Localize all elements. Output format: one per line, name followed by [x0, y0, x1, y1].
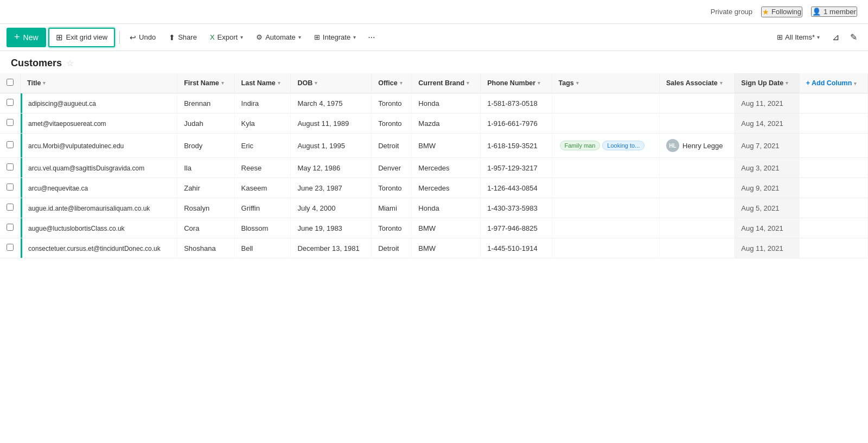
first-name-cell: Zahir [177, 178, 234, 198]
office-cell: Toronto [372, 178, 412, 198]
phone-number-column-header[interactable]: Phone Number ▾ [481, 73, 552, 93]
row-checkbox[interactable] [7, 119, 14, 126]
dob-cell: December 13, 1981 [291, 238, 372, 258]
table-row: amet@vitaeposuereat.comJudahKylaAugust 1… [0, 113, 868, 134]
add-column-cell [799, 238, 867, 258]
exit-grid-view-button[interactable]: ⊞ Exit grid view [48, 28, 116, 47]
dob-cell: June 23, 1987 [291, 178, 372, 198]
current-brand-col-label: Current Brand [418, 79, 464, 87]
automate-label: Automate [265, 33, 296, 41]
title-sort-icon: ▾ [43, 80, 46, 86]
row-checkbox-cell [0, 218, 21, 238]
office-sort-icon: ▾ [400, 80, 403, 86]
tags-sort-icon: ▾ [576, 80, 579, 86]
following-label: Following [771, 8, 801, 16]
tags-column-header[interactable]: Tags ▾ [552, 73, 660, 93]
exit-grid-label: Exit grid view [66, 33, 108, 41]
dob-column-header[interactable]: DOB ▾ [291, 73, 372, 93]
title-col-label: Title [27, 79, 41, 87]
current-brand-cell: Mercedes [412, 178, 481, 198]
row-checkbox[interactable] [7, 163, 14, 170]
tags-cell [552, 218, 660, 238]
sign-up-sort-icon: ▾ [786, 80, 788, 86]
dob-cell: March 4, 1975 [291, 93, 372, 113]
more-button[interactable]: ··· [363, 28, 379, 47]
undo-label: Undo [139, 33, 156, 41]
table-row: augue.id.ante@liberomaurisaliquam.co.ukR… [0, 198, 868, 218]
edit-icon: ✎ [850, 33, 857, 42]
row-checkbox[interactable] [7, 204, 14, 211]
all-items-button[interactable]: ⊞ All Items* ▾ [771, 30, 826, 44]
filter-button[interactable]: ⊿ [828, 29, 844, 46]
sign-up-date-cell: Aug 14, 2021 [735, 113, 799, 134]
title-column-header[interactable]: Title ▾ [21, 73, 177, 93]
office-cell: Detroit [372, 134, 412, 158]
last-name-column-header[interactable]: Last Name ▾ [234, 73, 291, 93]
first-name-column-header[interactable]: First Name ▾ [177, 73, 234, 93]
row-checkbox-cell [0, 198, 21, 218]
row-checkbox[interactable] [7, 183, 14, 191]
email-value: augue@luctuslobortisClass.co.uk [28, 225, 125, 232]
undo-button[interactable]: ↩ Undo [124, 28, 161, 47]
add-column-cell [799, 218, 867, 238]
sales-associate-cell: HLHenry Legge [660, 134, 735, 158]
grid-icon: ⊞ [56, 33, 63, 42]
dob-col-label: DOB [297, 79, 312, 87]
sign-up-date-column-header[interactable]: Sign Up Date ▾ [735, 73, 799, 93]
dob-cell: June 19, 1983 [291, 218, 372, 238]
office-cell: Toronto [372, 113, 412, 134]
sales-associate-cell [660, 113, 735, 134]
select-all-checkbox[interactable] [7, 79, 14, 86]
add-column-header[interactable]: + Add Column ▾ [799, 73, 867, 93]
command-bar: + New ⊞ Exit grid view ↩ Undo ⬆ Share X … [0, 24, 868, 51]
current-brand-cell: Honda [412, 198, 481, 218]
automate-button[interactable]: ⚙ Automate ▾ [251, 28, 307, 47]
new-button[interactable]: + New [7, 28, 46, 47]
integrate-label: Integrate [323, 33, 350, 41]
star-icon: ★ [762, 8, 769, 16]
share-button[interactable]: ⬆ Share [163, 28, 202, 47]
add-column-cell [799, 113, 867, 134]
table-container: Title ▾ First Name ▾ Last Name ▾ [0, 73, 868, 258]
edit-button[interactable]: ✎ [846, 29, 861, 46]
row-checkbox[interactable] [7, 99, 14, 106]
current-brand-column-header[interactable]: Current Brand ▾ [412, 73, 481, 93]
phone-number-cell: 1-977-946-8825 [481, 218, 552, 238]
row-checkbox[interactable] [7, 141, 14, 148]
phone-number-cell: 1-430-373-5983 [481, 198, 552, 218]
row-checkbox-cell [0, 178, 21, 198]
office-col-label: Office [378, 79, 397, 87]
row-checkbox[interactable] [7, 224, 14, 231]
integrate-button[interactable]: ⊞ Integrate ▾ [309, 28, 361, 47]
share-icon: ⬆ [169, 33, 175, 42]
sales-associate-column-header[interactable]: Sales Associate ▾ [660, 73, 735, 93]
add-column-cell [799, 198, 867, 218]
sales-associate-cell [660, 218, 735, 238]
separator-1 [119, 31, 120, 44]
row-checkbox-cell [0, 134, 21, 158]
last-name-cell: Reese [234, 158, 291, 178]
sales-associate-cell [660, 238, 735, 258]
all-items-chevron: ▾ [817, 34, 820, 40]
email-value: arcu@nequevitae.ca [28, 185, 88, 192]
title-cell: arcu.Morbi@vulputateduinec.edu [21, 134, 177, 158]
share-label: Share [178, 33, 197, 41]
first-name-cell: Judah [177, 113, 234, 134]
table-row: consectetuer.cursus.et@tinciduntDonec.co… [0, 238, 868, 258]
avatar: HL [666, 139, 679, 152]
page-title-row: Customers ☆ [0, 51, 868, 73]
title-cell: arcu@nequevitae.ca [21, 178, 177, 198]
office-column-header[interactable]: Office ▾ [372, 73, 412, 93]
email-value: arcu.Morbi@vulputateduinec.edu [28, 142, 124, 150]
sign-up-date-cell: Aug 5, 2021 [735, 198, 799, 218]
sales-associate-cell [660, 93, 735, 113]
favorite-star-icon[interactable]: ☆ [66, 58, 74, 68]
integrate-icon: ⊞ [314, 33, 320, 41]
member-button[interactable]: 👤 1 member [811, 7, 857, 17]
row-checkbox[interactable] [7, 244, 14, 251]
office-cell: Denver [372, 158, 412, 178]
following-button[interactable]: ★ Following [761, 7, 802, 17]
private-group-label: Private group [711, 8, 752, 16]
export-button[interactable]: X Export ▾ [205, 28, 248, 47]
first-name-cell: Ila [177, 158, 234, 178]
